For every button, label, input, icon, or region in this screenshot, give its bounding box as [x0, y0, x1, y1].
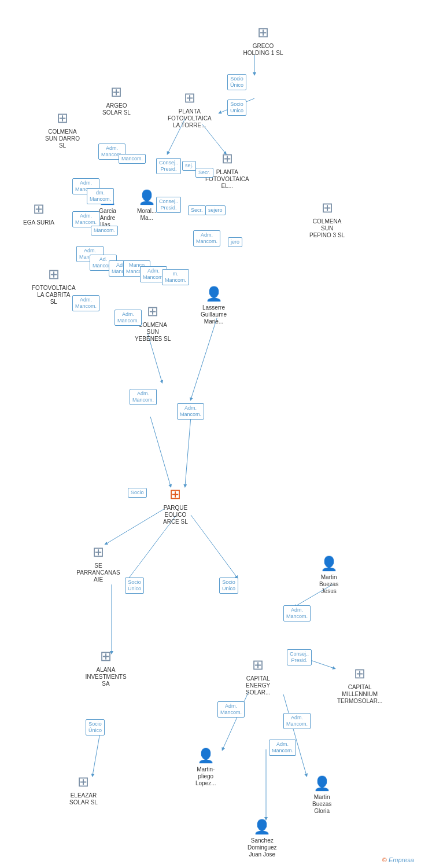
copyright-symbol: ©	[382, 856, 387, 863]
badge-consej-presid-2[interactable]: Consej..Presid.	[156, 197, 181, 213]
copyright: © Empresa	[382, 856, 414, 863]
svg-line-16	[283, 694, 306, 775]
badge-adm-mancom-14[interactable]: Adm.Mancom.	[283, 713, 311, 729]
label-colmena-darro: COLMENASUN DARROSL	[45, 128, 80, 149]
badge-sej-1[interactable]: sej.	[182, 161, 196, 171]
building-icon-argeo: ⊞	[107, 83, 125, 101]
badge-adm-mancom-9[interactable]: Adm.Mancom.	[115, 310, 142, 326]
person-icon-moral: 👤	[138, 188, 156, 207]
label-martin-jesus: MartinBuezasJesus	[319, 574, 338, 595]
node-lasserre: 👤 LasserreGuillaumeMarie...	[201, 285, 227, 325]
label-ega-suria: EGA SURIA	[23, 219, 54, 226]
building-icon-eleazar: ⊞	[74, 773, 93, 791]
node-colmena-darro: ⊞ COLMENASUN DARROSL	[45, 109, 80, 149]
badge-socio-unico-5[interactable]: SocioÚnico	[86, 719, 105, 735]
node-capital-energy: ⊞ CAPITALENERGYSOLAR...	[246, 656, 270, 696]
node-moral: 👤 Moral...Ma...	[137, 188, 156, 222]
building-icon-parque-eolico: ⊞	[166, 485, 184, 503]
building-icon-fotovoltaica-cabrita: ⊞	[45, 265, 63, 284]
person-icon-martin-jesus: 👤	[320, 554, 338, 573]
label-moral: Moral...Ma...	[137, 208, 156, 222]
person-icon-martinpliego: 👤	[197, 746, 215, 765]
person-icon-sanchez: 👤	[253, 818, 271, 836]
building-icon-capital-millennium: ⊞	[350, 664, 369, 683]
node-fotovoltaica-cabrita: ⊞ FOTOVOLTAICALA CABRITASL	[32, 265, 76, 306]
node-martin-gloria: 👤 MartinBuezasGloria	[312, 774, 331, 815]
badge-consej-presid-3[interactable]: Consej..Presid.	[287, 649, 312, 665]
badge-adm-mancom-13[interactable]: Adm.Mancom.	[217, 701, 245, 718]
node-alana: ⊞ ALANAINVESTMENTS SA	[83, 647, 129, 687]
badge-adm-mancom-12[interactable]: Adm.Mancom.	[283, 605, 311, 621]
svg-line-7	[185, 417, 191, 486]
badge-mancom-1[interactable]: Mancom.	[119, 154, 146, 164]
label-capital-energy: CAPITALENERGYSOLAR...	[246, 675, 270, 696]
label-se-parrancanas: SEPARRANCANAS AIE	[75, 562, 121, 583]
node-parque-eolico: ⊞ PARQUEEOLICOARCE SL	[163, 485, 188, 525]
label-martin-gloria: MartinBuezasGloria	[312, 794, 331, 815]
label-capital-millennium: CAPITALMILLENNIUMTERMOSOLAR...	[337, 684, 382, 705]
label-colmena-pepino: COLMENASUNPEPINO 3 SL	[309, 218, 345, 239]
badge-secr-2[interactable]: Secr.	[188, 205, 206, 215]
label-planta-torre: PLANTAFOTOVOLTAICALA TORRE...	[168, 108, 212, 129]
badge-adm-mancom-10[interactable]: Adm.Mancom.	[130, 389, 157, 405]
node-martinpliego: 👤 Martin-pliegoLopez...	[195, 746, 216, 787]
building-icon-capital-energy: ⊞	[249, 656, 267, 674]
badge-m-mancom-1[interactable]: m.Mancom.	[162, 269, 189, 285]
badge-secr-1[interactable]: Secr.	[195, 168, 213, 178]
node-planta-torre: ⊞ PLANTAFOTOVOLTAICALA TORRE...	[168, 89, 212, 129]
badge-socio-unico-2[interactable]: SocioÚnico	[227, 100, 246, 116]
badge-socio-unico-3[interactable]: SocioÚnico	[125, 578, 144, 594]
building-icon-colmena-yebenes: ⊞	[143, 302, 162, 321]
node-sanchez: 👤 SanchezDominguezJuan Jose	[248, 818, 277, 858]
svg-line-5	[191, 318, 217, 399]
badge-consej-presid-1[interactable]: Consej..Presid.	[156, 158, 181, 174]
building-icon-ega-suria: ⊞	[29, 200, 48, 218]
badge-socio-1[interactable]: Socio	[128, 488, 147, 498]
svg-line-15	[223, 692, 249, 749]
label-argeo: ARGEOSOLAR SL	[102, 102, 131, 116]
label-fotovoltaica-cabrita: FOTOVOLTAICALA CABRITASL	[32, 285, 76, 306]
copyright-text: Empresa	[389, 856, 414, 863]
label-greco: GRECO HOLDING 1 SL	[240, 43, 286, 57]
node-se-parrancanas: ⊞ SEPARRANCANAS AIE	[75, 543, 121, 583]
person-icon-lasserre: 👤	[205, 285, 223, 303]
label-lasserre: LasserreGuillaumeMarie...	[201, 304, 227, 325]
building-icon-planta-el: ⊞	[218, 149, 237, 168]
svg-line-11	[191, 515, 237, 578]
badge-adm-mancom-3[interactable]: Adm.Mancom.	[72, 211, 99, 227]
label-parque-eolico: PARQUEEOLICOARCE SL	[163, 505, 188, 525]
building-icon-se-parrancanas: ⊞	[89, 543, 108, 561]
label-sanchez: SanchezDominguezJuan Jose	[248, 837, 277, 858]
badge-socio-unico-1[interactable]: SocioÚnico	[227, 74, 246, 90]
node-ega-suria: ⊞ EGA SURIA	[23, 200, 54, 226]
building-icon-greco: ⊞	[254, 23, 272, 42]
label-eleazar: ELEAZARSOLAR SL	[69, 792, 98, 806]
badge-adm-mancom-7[interactable]: Adm.Mancom.	[193, 230, 220, 247]
badge-dm-mancom-1[interactable]: dm.Mancom.	[87, 188, 114, 204]
label-martinpliego: Martin-pliegoLopez...	[195, 766, 216, 787]
node-capital-millennium: ⊞ CAPITALMILLENNIUMTERMOSOLAR...	[337, 664, 382, 705]
badge-adm-mancom-11[interactable]: Adm.Mancom.	[177, 403, 204, 420]
node-argeo: ⊞ ARGEOSOLAR SL	[102, 83, 131, 116]
badge-adm-mancom-8[interactable]: Adm.Mancom.	[72, 295, 99, 311]
building-icon-colmena-darro: ⊞	[53, 109, 72, 127]
person-icon-martin-gloria: 👤	[313, 774, 331, 793]
badge-mancom-2[interactable]: Mancom.	[91, 226, 118, 236]
building-icon-colmena-pepino: ⊞	[318, 198, 337, 217]
badge-sejero-1[interactable]: sejero	[205, 205, 226, 215]
label-alana: ALANAINVESTMENTS SA	[83, 667, 129, 687]
node-eleazar: ⊞ ELEAZARSOLAR SL	[69, 773, 98, 806]
svg-line-6	[150, 417, 171, 486]
badge-jero-1[interactable]: jero	[228, 237, 242, 247]
svg-line-8	[106, 509, 164, 544]
node-greco: ⊞ GRECO HOLDING 1 SL	[240, 23, 286, 57]
building-icon-alana: ⊞	[97, 647, 115, 665]
badge-adm-mancom-15[interactable]: Adm.Mancom.	[269, 740, 296, 756]
building-icon-planta-torre: ⊞	[180, 89, 199, 107]
badge-socio-unico-4[interactable]: SocioÚnico	[219, 578, 238, 594]
node-colmena-pepino: ⊞ COLMENASUNPEPINO 3 SL	[309, 198, 345, 239]
node-martin-jesus: 👤 MartinBuezasJesus	[319, 554, 338, 595]
